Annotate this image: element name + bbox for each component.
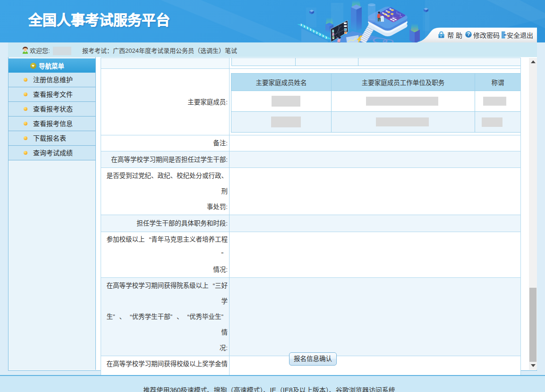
svg-text:?: ? [467, 31, 470, 37]
